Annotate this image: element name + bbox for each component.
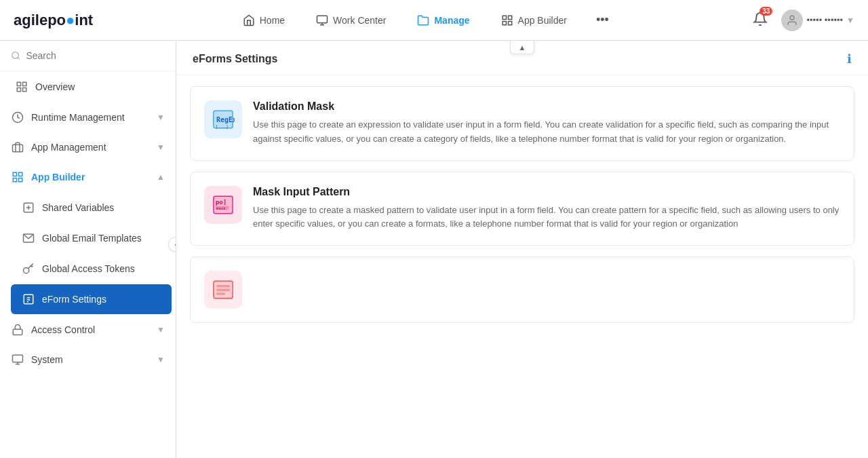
sidebar-item-system[interactable]: System ▼ — [0, 345, 176, 375]
nav-app-builder[interactable]: App Builder — [496, 11, 572, 30]
sidebar-item-shared-variables[interactable]: Shared Variables — [11, 193, 172, 223]
user-name: ••••• •••••• — [806, 15, 843, 25]
clock-icon — [11, 111, 24, 124]
svg-rect-0 — [317, 16, 328, 23]
search-input[interactable] — [26, 50, 165, 61]
user-menu[interactable]: ••••• •••••• ▼ — [781, 9, 854, 31]
nav-work-center[interactable]: Work Center — [311, 11, 391, 30]
svg-point-22 — [24, 268, 29, 273]
eform-icon — [22, 292, 35, 306]
mask-input-content: Mask Input Pattern Use this page to crea… — [253, 186, 840, 232]
mask-input-icon-container: po] mask — [204, 186, 242, 224]
notification-button[interactable]: 33 — [749, 8, 771, 32]
monitor-icon — [316, 14, 328, 26]
chevron-down-icon-appman: ▼ — [157, 142, 165, 152]
cards-list: RegEx [...] Validation Mask Use this pag… — [176, 75, 868, 334]
sidebar-item-access-control[interactable]: Access Control ▼ — [0, 315, 176, 345]
validation-mask-description: Use this page to create an expression to… — [253, 118, 840, 147]
svg-rect-15 — [13, 145, 23, 152]
svg-rect-13 — [17, 88, 20, 92]
sidebar-item-runtime-management[interactable]: Runtime Management ▼ — [0, 102, 176, 132]
info-icon[interactable]: ℹ — [847, 52, 852, 66]
sidebar: Overview Runtime Management ▼ App Manage… — [0, 41, 176, 458]
email-icon — [22, 231, 35, 245]
svg-rect-39 — [216, 285, 230, 288]
system-icon — [11, 353, 24, 366]
mask-input-description: Use this page to create a masked pattern… — [253, 204, 840, 232]
svg-text:mask: mask — [216, 206, 226, 210]
key-icon — [22, 262, 35, 275]
briefcase-icon — [11, 140, 24, 154]
svg-text:RegEx: RegEx — [216, 116, 235, 123]
nav-items: Home Work Center Manage App Builder ••• — [120, 9, 729, 31]
svg-rect-19 — [13, 178, 16, 182]
svg-rect-5 — [508, 21, 511, 24]
chevron-up-icon: ▲ — [157, 172, 165, 182]
svg-rect-4 — [508, 16, 511, 19]
svg-point-8 — [12, 52, 19, 59]
card-3[interactable] — [190, 256, 854, 323]
svg-rect-3 — [502, 16, 506, 19]
svg-rect-11 — [23, 82, 26, 85]
chevron-right-icon: ▼ — [157, 113, 165, 122]
chevron-down-icon-system: ▼ — [157, 355, 165, 364]
svg-point-7 — [790, 16, 794, 20]
svg-rect-16 — [13, 172, 16, 176]
search-icon — [11, 50, 20, 61]
top-navigation: agilepo●int Home Work Center Manage App … — [0, 0, 868, 41]
sidebar-item-app-management[interactable]: App Management ▼ — [0, 132, 176, 162]
svg-rect-6 — [502, 21, 506, 24]
validation-mask-title: Validation Mask — [253, 100, 840, 113]
grid-icon — [501, 14, 513, 26]
validation-mask-icon-container: RegEx [...] — [204, 100, 242, 138]
svg-rect-10 — [17, 82, 20, 85]
search-box[interactable] — [0, 41, 176, 71]
collapse-top-button[interactable]: ▲ — [510, 41, 534, 54]
app-builder-subitems: Shared Variables Global Email Templates … — [0, 192, 176, 315]
sidebar-item-global-email-templates[interactable]: Global Email Templates — [11, 223, 172, 253]
card3-icon-container — [204, 271, 242, 309]
variable-icon — [22, 201, 35, 214]
logo[interactable]: agilepo●int — [14, 12, 93, 29]
apps-icon — [11, 170, 24, 184]
logo-text: agilepo●int — [14, 12, 93, 29]
svg-text:po]: po] — [216, 197, 227, 205]
svg-rect-18 — [19, 178, 22, 182]
overview-icon — [15, 80, 28, 94]
regex-icon: RegEx [...] — [212, 108, 235, 131]
sidebar-item-global-access-tokens[interactable]: Global Access Tokens — [11, 254, 172, 284]
home-icon — [243, 14, 255, 26]
notification-badge: 33 — [760, 7, 772, 16]
avatar — [781, 9, 803, 31]
card-mask-input-pattern[interactable]: po] mask Mask Input Pattern Use this pag… — [190, 172, 854, 246]
svg-rect-28 — [13, 355, 23, 362]
svg-rect-41 — [216, 292, 225, 295]
nav-manage[interactable]: Manage — [412, 11, 475, 30]
chevron-down-icon-access: ▼ — [157, 325, 165, 335]
more-menu-button[interactable]: ••• — [593, 9, 612, 31]
sidebar-item-overview[interactable]: Overview — [4, 72, 172, 102]
svg-rect-27 — [13, 329, 22, 335]
validation-mask-content: Validation Mask Use this page to create … — [253, 100, 840, 147]
lock-icon — [11, 323, 24, 337]
svg-rect-40 — [216, 289, 230, 292]
sidebar-item-app-builder[interactable]: App Builder ▲ — [0, 162, 176, 192]
card3-icon — [212, 278, 235, 301]
mask-input-title: Mask Input Pattern — [253, 186, 840, 198]
svg-line-9 — [18, 58, 20, 60]
main-layout: Overview Runtime Management ▼ App Manage… — [0, 41, 868, 458]
runtime-management-left: Runtime Management — [11, 111, 125, 124]
svg-rect-17 — [19, 172, 22, 176]
chevron-down-icon: ▼ — [846, 16, 854, 25]
nav-right: 33 ••••• •••••• ▼ — [749, 8, 854, 32]
content-area: ▲ eForms Settings ℹ RegEx [...] Validati… — [176, 41, 868, 458]
nav-home[interactable]: Home — [237, 11, 290, 30]
svg-text:[...]: [...] — [216, 124, 229, 130]
folder-icon — [417, 14, 429, 26]
card-validation-mask[interactable]: RegEx [...] Validation Mask Use this pag… — [190, 86, 854, 161]
mask-pattern-icon: po] mask — [212, 193, 235, 216]
page-title: eForms Settings — [193, 53, 277, 65]
svg-rect-12 — [23, 88, 26, 92]
sidebar-item-eform-settings[interactable]: eForm Settings — [11, 284, 172, 314]
